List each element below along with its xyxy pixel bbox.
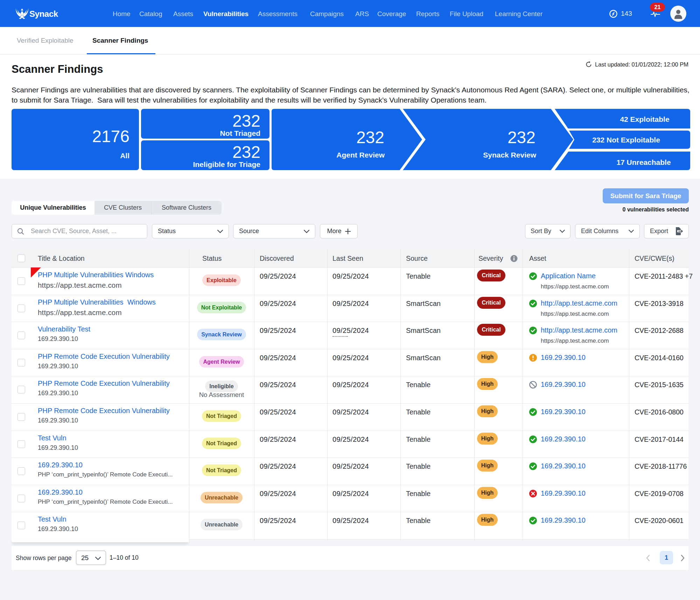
svg-text:All: All bbox=[120, 152, 130, 160]
svg-text:232: 232 bbox=[356, 128, 384, 147]
svg-text:Synack Review: Synack Review bbox=[483, 151, 536, 159]
svg-text:Not Triaged: Not Triaged bbox=[220, 129, 260, 137]
svg-text:42 Exploitable: 42 Exploitable bbox=[620, 115, 669, 123]
svg-text:232: 232 bbox=[232, 112, 260, 130]
svg-text:Agent Review: Agent Review bbox=[336, 151, 385, 159]
svg-text:232: 232 bbox=[507, 128, 536, 147]
svg-text:232: 232 bbox=[232, 143, 260, 161]
svg-text:Ineligible for Triage: Ineligible for Triage bbox=[193, 160, 260, 168]
svg-text:232 Not Exploitable: 232 Not Exploitable bbox=[592, 136, 660, 144]
svg-text:2176: 2176 bbox=[92, 127, 130, 146]
svg-text:17 Unreachable: 17 Unreachable bbox=[616, 158, 671, 166]
